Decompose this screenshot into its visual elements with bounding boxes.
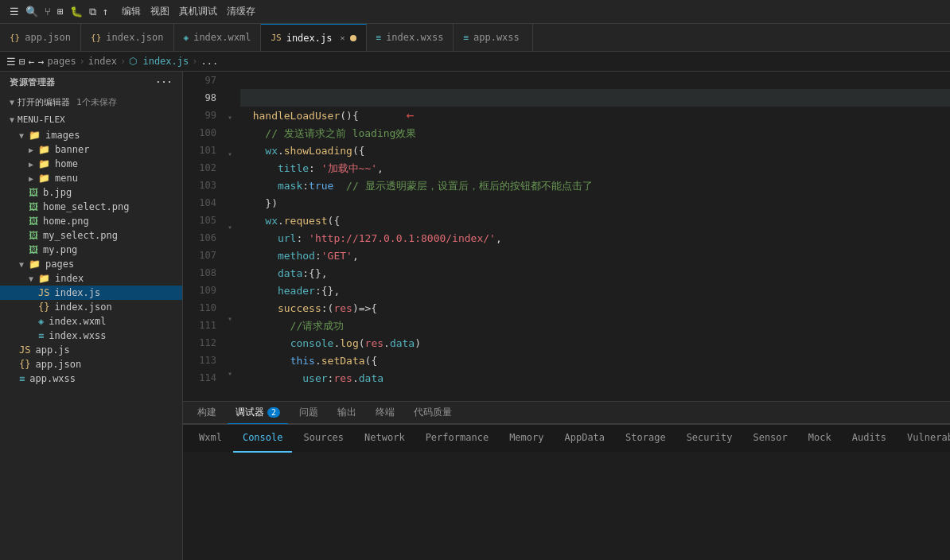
devtools-tab-vulnerability[interactable]: Vulnerability — [897, 425, 950, 453]
panel-tab-debugger-label: 调试器 — [236, 406, 264, 419]
tree-appjson[interactable]: {} app.json — [0, 357, 182, 371]
icon-sidebar[interactable]: ☰ — [10, 6, 19, 18]
toolbar-edit[interactable]: 编辑 — [122, 5, 141, 18]
panel-tab-terminal[interactable]: 终端 — [368, 402, 403, 424]
devtools-tab-storage[interactable]: Storage — [616, 425, 676, 453]
tree-indexwxss[interactable]: ≡ index.wxss — [0, 329, 182, 343]
tree-pages[interactable]: ▼ 📁 pages — [0, 257, 182, 271]
icon-upload[interactable]: ↑ — [103, 6, 109, 18]
devtools-tab-network-label: Network — [364, 432, 405, 443]
devtools-tab-network[interactable]: Network — [355, 425, 415, 453]
devtools-tab-performance-label: Performance — [426, 432, 489, 443]
tree-menu[interactable]: ▶ 📁 menu — [0, 171, 182, 185]
tree-bjpg[interactable]: 🖼 b.jpg — [0, 185, 182, 200]
tree-images[interactable]: ▼ 📁 images — [0, 128, 182, 142]
chevron-project: ▼ — [10, 115, 14, 124]
folder-icon-menu: 📁 — [38, 173, 50, 184]
breadcrumb-icon-bookmark[interactable]: ⊟ — [19, 56, 25, 68]
code-editor[interactable]: 97 98 99 100 101 102 103 104 105 106 107… — [183, 72, 950, 401]
tree-banner[interactable]: ▶ 📁 banner — [0, 142, 182, 157]
tab-index-wxss[interactable]: ≡ index.wxss — [367, 24, 454, 51]
tree-homeselect[interactable]: 🖼 home_select.png — [0, 200, 182, 214]
panel-tab-build[interactable]: 构建 — [189, 402, 224, 424]
code-line-106: url: 'http://127.0.0.1:8000/index/', — [240, 230, 950, 247]
icon-git[interactable]: ⑂ — [45, 6, 51, 18]
breadcrumb-index[interactable]: index — [88, 56, 117, 67]
devtools-tab-appdata[interactable]: AppData — [555, 425, 614, 453]
code-content[interactable]: handleLoadUser(){← // 发送请求之前 loading效果 w… — [237, 72, 950, 401]
panel-tab-problems[interactable]: 问题 — [291, 402, 326, 424]
sidebar-header: 资源管理器 ··· — [0, 72, 182, 93]
tab-label-index-js: index.js — [286, 33, 333, 44]
panel-tab-debugger[interactable]: 调试器 2 — [228, 402, 288, 424]
panel-tab-output[interactable]: 输出 — [329, 402, 364, 424]
sidebar-icon-more[interactable]: ··· — [155, 77, 173, 88]
fold-107 — [228, 259, 232, 268]
ln-107: 107 — [183, 247, 216, 264]
folder-icon-banner: 📁 — [38, 144, 50, 155]
breadcrumb-icon-back[interactable]: ← — [29, 56, 35, 68]
code-line-105: wx.request({ — [240, 212, 950, 230]
panel-tab-quality[interactable]: 代码质量 — [406, 402, 460, 424]
tab-app-wxss[interactable]: ≡ app.wxss — [454, 24, 533, 51]
tab-index-js[interactable]: JS index.js ✕ — [261, 24, 366, 51]
tree-index-folder[interactable]: ▼ 📁 index — [0, 271, 182, 286]
devtools-tab-security[interactable]: Security — [677, 425, 742, 453]
devtools-tab-sources[interactable]: Sources — [294, 425, 353, 453]
devtools-tab-sensor[interactable]: Sensor — [743, 425, 796, 453]
fold-110[interactable]: ▾ — [228, 314, 232, 323]
tree-indexjs[interactable]: JS index.js — [0, 286, 182, 300]
devtools-tab-mock[interactable]: Mock — [799, 425, 841, 453]
devtools-tab-performance[interactable]: Performance — [416, 425, 498, 453]
tree-mypng[interactable]: 🖼 my.png — [0, 243, 182, 257]
icon-search[interactable]: 🔍 — [25, 6, 38, 18]
toolbar-debug[interactable]: 真机调试 — [179, 5, 217, 18]
tab-index-json[interactable]: {} index.json — [81, 24, 174, 51]
ln-99: 99 — [183, 107, 216, 124]
fold-103 — [228, 186, 232, 195]
tab-app-json[interactable]: {} app.json — [0, 24, 81, 51]
fold-113[interactable]: ▾ — [228, 369, 232, 378]
chevron-open-editors: ▼ — [10, 98, 14, 107]
file-icon-appjson: {} — [19, 359, 30, 370]
tab-index-wxml[interactable]: ◈ index.wxml — [174, 24, 262, 51]
icon-extensions[interactable]: ⧉ — [89, 6, 96, 18]
devtools-tab-wxml[interactable]: Wxml — [189, 425, 232, 453]
tab-close-index-js[interactable]: ✕ — [340, 33, 345, 42]
tree-myselect[interactable]: 🖼 my_select.png — [0, 228, 182, 243]
sidebar-project-label[interactable]: ▼ MENU-FLEX — [0, 111, 182, 128]
ln-113: 113 — [183, 352, 216, 369]
tree-appjs[interactable]: JS app.js — [0, 343, 182, 357]
devtools-tab-memory[interactable]: Memory — [500, 425, 553, 453]
icon-debug[interactable]: 🐛 — [70, 6, 83, 18]
tree-label-indexwxss: index.wxss — [49, 330, 106, 341]
devtools-tab-audits[interactable]: Audits — [843, 425, 896, 453]
tree-indexwxml[interactable]: ◈ index.wxml — [0, 314, 182, 329]
unsaved-badge: 1个未保存 — [76, 96, 117, 108]
tree-home[interactable]: ▶ 📁 home — [0, 157, 182, 171]
devtools-tab-security-label: Security — [687, 432, 733, 443]
code-line-109: header:{}, — [240, 282, 950, 300]
breadcrumb-icon-list[interactable]: ☰ — [6, 56, 16, 68]
breadcrumb-pages[interactable]: pages — [47, 56, 76, 67]
code-line-100: // 发送请求之前 loading效果 — [240, 125, 950, 142]
fold-99[interactable]: ▾ — [228, 113, 232, 122]
tree-indexjson[interactable]: {} index.json — [0, 300, 182, 314]
breadcrumb: ☰ ⊟ ← → pages › index › ⬡ index.js › ... — [0, 52, 950, 72]
tree-appwxss[interactable]: ≡ app.wxss — [0, 371, 182, 386]
fold-101[interactable]: ▾ — [228, 150, 232, 158]
ln-109: 109 — [183, 282, 216, 299]
breadcrumb-icon-forward[interactable]: → — [38, 56, 45, 68]
fold-105[interactable]: ▾ — [228, 223, 232, 231]
tab-icon-json: {} — [10, 33, 20, 43]
toolbar-view[interactable]: 视图 — [150, 5, 169, 18]
breadcrumb-file[interactable]: ⬡ index.js — [129, 56, 189, 67]
tree-homepng[interactable]: 🖼 home.png — [0, 214, 182, 228]
ln-105: 105 — [183, 212, 216, 229]
fold-98 — [228, 95, 232, 103]
toolbar-icons: ☰ 🔍 ⑂ ⊞ 🐛 ⧉ ↑ — [6, 6, 112, 18]
icon-grid[interactable]: ⊞ — [57, 6, 64, 18]
devtools-tab-console[interactable]: Console — [233, 425, 293, 453]
toolbar-clear[interactable]: 清缓存 — [227, 5, 255, 18]
sidebar-open-editors[interactable]: ▼ 打开的编辑器 1个未保存 — [0, 93, 182, 111]
